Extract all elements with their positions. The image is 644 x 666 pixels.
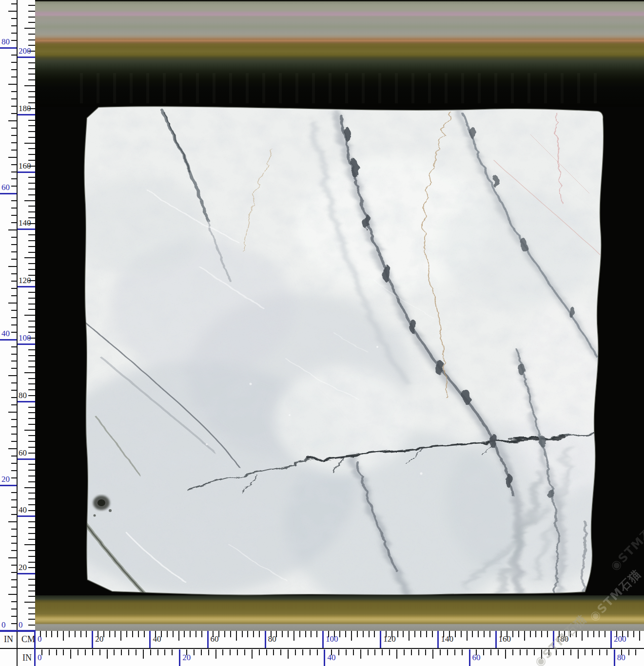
ruler-zero-hline: [0, 630, 35, 631]
bottom-cm-tick: [426, 631, 427, 637]
bottom-cm-tick: [403, 631, 404, 637]
left-cm-tick: [24, 143, 35, 144]
left-in-label: 80: [1, 37, 10, 47]
bottom-cm-tick: [132, 631, 133, 637]
left-cm-major-line: [18, 228, 35, 230]
bottom-cm-tick: [190, 631, 191, 637]
left-cm-tick: [28, 39, 35, 40]
left-in-tick: [11, 76, 17, 77]
left-cm-tick: [28, 74, 35, 75]
left-in-tick: [8, 448, 17, 449]
left-in-tick: [11, 310, 17, 311]
bottom-cm-tick: [242, 631, 243, 637]
bottom-in-tick: [266, 649, 267, 655]
left-cm-label: 120: [19, 276, 31, 285]
left-in-tick: [11, 543, 17, 544]
left-in-tick: [11, 288, 17, 289]
left-in-tick: [11, 456, 17, 457]
left-cm-tick: [28, 183, 35, 184]
bottom-cm-tick: [369, 631, 370, 637]
left-in-tick: [11, 200, 17, 201]
bottom-in-major-tick: [324, 649, 325, 666]
bottom-in-tick: [382, 649, 383, 655]
left-cm-tick: [28, 613, 35, 614]
bottom-in-tick: [396, 649, 397, 659]
left-cm-tick: [24, 28, 35, 29]
left-cm-tick: [28, 470, 35, 471]
left-in-tick: [11, 550, 17, 551]
bottom-in-tick: [368, 649, 369, 655]
left-in-tick: [8, 229, 17, 230]
bottom-in-tick: [447, 649, 448, 655]
stm-watermark: ◉STM石猫: [607, 515, 644, 574]
corner-unit-in-2: IN: [22, 653, 32, 663]
bottom-cm-tick: [201, 631, 202, 637]
bottom-in-tick: [128, 649, 129, 655]
left-in-major-line: [0, 339, 18, 341]
left-in-tick: [11, 164, 17, 165]
bottom-in-tick: [201, 649, 202, 655]
slab-scanner-view: 0204060801001201401601802000204060800204…: [0, 0, 644, 666]
bottom-cm-major-tick: [610, 631, 612, 648]
left-cm-tick: [28, 550, 35, 551]
left-in-tick: [11, 215, 17, 216]
left-cm-tick: [28, 298, 35, 299]
bottom-cm-tick: [339, 631, 340, 637]
bottom-in-tick: [490, 649, 491, 655]
left-cm-tick: [28, 252, 35, 253]
bottom-in-tick: [172, 649, 173, 655]
bottom-cm-tick: [63, 631, 64, 641]
bottom-in-tick: [440, 649, 441, 655]
left-cm-tick: [28, 366, 35, 367]
left-cm-tick: [28, 435, 35, 436]
left-in-label: 0: [1, 620, 6, 630]
left-in-tick: [11, 128, 17, 129]
left-cm-tick: [28, 556, 35, 557]
left-cm-major-line: [18, 343, 35, 345]
left-cm-tick: [28, 407, 35, 408]
bottom-in-label: 20: [182, 653, 191, 663]
bottom-in-label: 60: [472, 653, 481, 663]
left-cm-tick: [28, 533, 35, 534]
bottom-in-label: 0: [38, 653, 42, 663]
left-in-tick: [11, 3, 17, 4]
left-cm-tick: [28, 292, 35, 293]
left-cm-tick: [28, 148, 35, 149]
left-in-tick: [11, 18, 17, 19]
left-cm-major-line: [18, 57, 35, 58]
bottom-cm-label: 100: [326, 634, 338, 644]
bottom-in-tick: [498, 649, 499, 655]
left-in-tick: [8, 120, 17, 121]
bottom-in-tick: [462, 649, 463, 655]
left-cm-tick: [28, 585, 35, 586]
bottom-in-tick: [353, 649, 354, 655]
left-cm-tick: [28, 590, 35, 591]
bottom-in-tick: [346, 649, 347, 655]
bottom-cm-tick: [305, 631, 306, 637]
bottom-cm-tick: [484, 631, 485, 637]
left-cm-tick: [28, 177, 35, 178]
left-in-tick: [8, 594, 17, 595]
left-in-tick: [11, 222, 17, 223]
bottom-cm-tick: [432, 631, 433, 637]
bottom-cm-tick: [195, 631, 196, 637]
left-in-tick: [11, 434, 17, 435]
left-cm-tick: [28, 562, 35, 563]
left-cm-tick: [28, 493, 35, 494]
left-cm-label: 80: [19, 391, 27, 400]
left-in-tick: [11, 470, 17, 471]
bottom-cm-tick: [570, 631, 571, 637]
scan-ghost-streaks: [80, 73, 605, 103]
left-in-tick: [11, 55, 17, 56]
bottom-cm-label: 160: [499, 634, 511, 644]
bottom-in-tick: [541, 649, 542, 659]
bottom-in-tick: [505, 649, 506, 659]
left-cm-tick: [28, 418, 35, 419]
bottom-cm-tick: [86, 631, 87, 637]
left-in-tick: [11, 106, 17, 107]
left-cm-tick: [28, 567, 35, 568]
left-in-tick: [11, 237, 17, 238]
left-in-tick: [11, 601, 17, 602]
bottom-in-tick: [310, 649, 311, 655]
bottom-cm-tick: [51, 631, 52, 637]
